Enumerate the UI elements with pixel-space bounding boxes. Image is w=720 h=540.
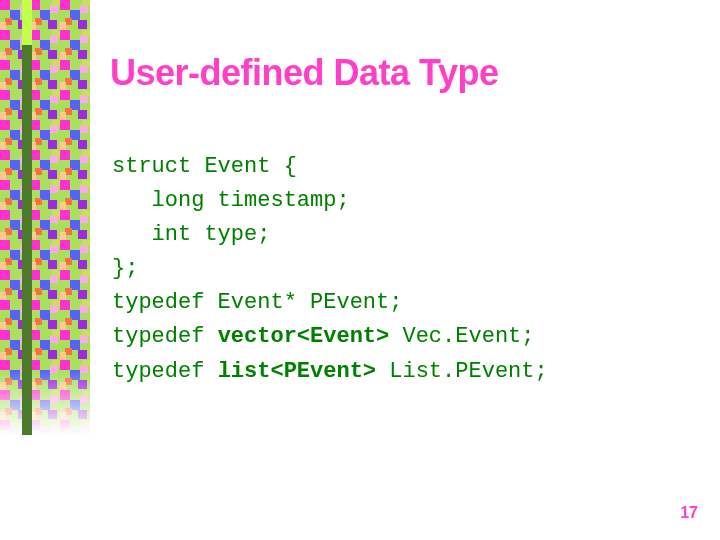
page-number: 17 [680, 504, 698, 522]
code-block: struct Event { long timestamp; int type;… [112, 150, 548, 389]
svg-rect-10 [0, 0, 90, 435]
svg-rect-11 [22, 0, 32, 435]
decorative-sidebar [0, 0, 90, 435]
code-line-part: List.PEvent; [376, 359, 548, 384]
code-line: struct Event { [112, 154, 297, 179]
slide-title: User-defined Data Type [110, 52, 498, 94]
code-bold: list<PEvent> [218, 359, 376, 384]
code-line: long timestamp; [112, 188, 350, 213]
code-bold: vector<Event> [218, 324, 390, 349]
code-line-part: typedef [112, 359, 218, 384]
code-line: typedef Event* PEvent; [112, 290, 402, 315]
code-line: int type; [112, 222, 270, 247]
slide: User-defined Data Type struct Event { lo… [0, 0, 720, 540]
code-line-part: Vec.Event; [389, 324, 534, 349]
code-line-part: typedef [112, 324, 218, 349]
svg-rect-12 [22, 0, 32, 45]
code-line: }; [112, 256, 138, 281]
